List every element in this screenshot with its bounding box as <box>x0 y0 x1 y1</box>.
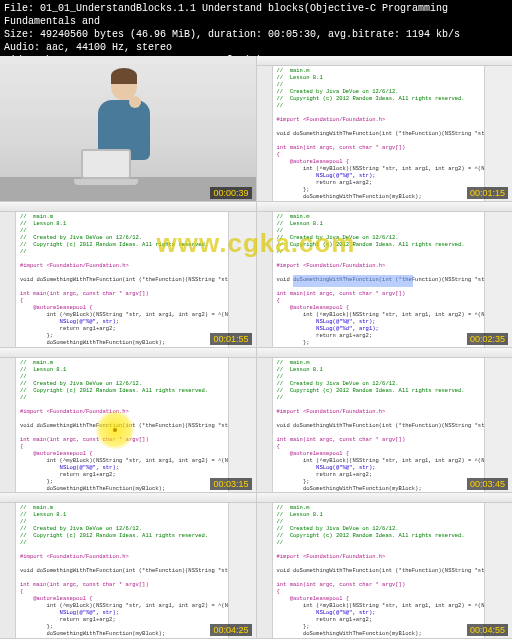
thumbnail-grid: 00:00:39 // // main.m // Lesson 8.1 // /… <box>0 56 512 639</box>
timestamp: 00:03:45 <box>467 478 508 490</box>
ide-sidebar <box>228 493 256 638</box>
ide-sidebar <box>228 202 256 347</box>
line-gutter <box>0 493 16 638</box>
ide-toolbar <box>0 493 256 503</box>
code-editor: // // main.m // Lesson 8.1 // // Created… <box>273 493 485 638</box>
ide-toolbar <box>257 56 513 66</box>
timestamp: 00:03:15 <box>210 478 251 490</box>
thumbnail-cell: 00:00:39 <box>0 56 257 201</box>
thumbnail-cell: // // main.m // Lesson 8.1 // // Created… <box>0 493 257 638</box>
ide-view: // // main.m // Lesson 8.1 // // Created… <box>0 202 256 347</box>
selection-highlight <box>293 275 413 287</box>
cursor-spotlight-icon <box>95 410 135 450</box>
ide-sidebar <box>484 348 512 493</box>
thumbnail-cell: // // main.m // Lesson 8.1 // // Created… <box>257 56 513 201</box>
ide-view: // // main.m // Lesson 8.1 // // Created… <box>257 348 513 493</box>
line-gutter <box>0 348 16 493</box>
size-line: Size: 49240560 bytes (46.96 MiB), durati… <box>4 28 508 41</box>
line-gutter <box>0 202 16 347</box>
file-line: File: 01_01_UnderstandBlocks.1.1 Underst… <box>4 2 508 28</box>
thumbnail-cell: // // main.m // Lesson 8.1 // // Created… <box>257 493 513 638</box>
line-gutter <box>257 202 273 347</box>
ide-view: // // main.m // Lesson 8.1 // // Created… <box>257 493 513 638</box>
laptop-icon <box>72 149 140 187</box>
ide-toolbar <box>0 202 256 212</box>
presenter-frame <box>0 56 256 201</box>
ide-toolbar <box>257 202 513 212</box>
ide-sidebar <box>484 56 512 201</box>
timestamp: 00:02:35 <box>467 333 508 345</box>
timestamp: 00:01:15 <box>467 187 508 199</box>
ide-sidebar <box>484 202 512 347</box>
thumbnail-cell: // // main.m // Lesson 8.1 // // Created… <box>0 348 257 493</box>
ide-toolbar <box>257 493 513 503</box>
grid-row: // // main.m // Lesson 8.1 // // Created… <box>0 348 512 494</box>
ide-view: // // main.m // Lesson 8.1 // // Created… <box>0 493 256 638</box>
line-gutter <box>257 56 273 201</box>
ide-sidebar <box>228 348 256 493</box>
thumbnail-cell: // // main.m // Lesson 8.1 // // Created… <box>0 202 257 347</box>
code-editor: // // main.m // Lesson 8.1 // // Created… <box>273 56 485 201</box>
ide-sidebar <box>484 493 512 638</box>
timestamp: 00:00:39 <box>210 187 251 199</box>
code-editor: // // main.m // Lesson 8.1 // // Created… <box>273 348 485 493</box>
ide-toolbar <box>257 348 513 358</box>
ide-toolbar <box>0 348 256 358</box>
line-gutter <box>257 348 273 493</box>
code-editor: // // main.m // Lesson 8.1 // // Created… <box>16 493 228 638</box>
timestamp: 00:04:25 <box>210 624 251 636</box>
grid-row: // // main.m // Lesson 8.1 // // Created… <box>0 202 512 348</box>
ide-view: // // main.m // Lesson 8.1 // // Created… <box>257 56 513 201</box>
audio-line: Audio: aac, 44100 Hz, stereo <box>4 41 508 54</box>
grid-row: // // main.m // Lesson 8.1 // // Created… <box>0 493 512 639</box>
thumbnail-cell: // // main.m // Lesson 8.1 // // Created… <box>257 202 513 347</box>
grid-row: 00:00:39 // // main.m // Lesson 8.1 // /… <box>0 56 512 202</box>
line-gutter <box>257 493 273 638</box>
thumbnail-cell: // // main.m // Lesson 8.1 // // Created… <box>257 348 513 493</box>
timestamp: 00:04:55 <box>467 624 508 636</box>
timestamp: 00:01:55 <box>210 333 251 345</box>
code-editor: // // main.m // Lesson 8.1 // // Created… <box>16 202 228 347</box>
